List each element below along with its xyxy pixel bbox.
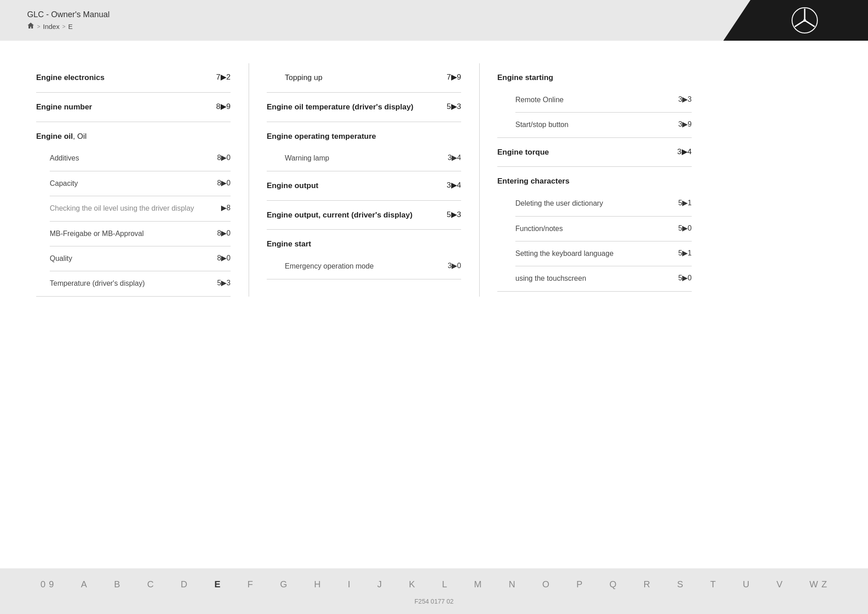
sub-page-touchscreen: 5▶0 xyxy=(675,274,692,282)
entry-label-engine-electronics: Engine electronics xyxy=(36,72,104,83)
entry-entering-chars: Entering characters xyxy=(497,167,692,191)
entry-page-engine-electronics: 7▶2 xyxy=(212,72,231,82)
home-icon[interactable] xyxy=(27,22,34,31)
label-topping-up: Topping up xyxy=(285,72,322,83)
entry-engine-starting: Engine starting xyxy=(497,63,692,88)
sub-page-remote-online: 3▶3 xyxy=(675,95,692,104)
column-2: Topping up 7▶9 Engine oil temperature (d… xyxy=(267,63,461,297)
sub-entry-function-notes: Function/notes 5▶0 xyxy=(515,217,692,241)
alpha-wz[interactable]: W Z xyxy=(806,577,831,591)
alpha-b[interactable]: B xyxy=(110,577,124,591)
alpha-n[interactable]: N xyxy=(505,577,519,591)
sub-page-start-stop: 3▶9 xyxy=(675,120,692,128)
entry-engine-op-temp: Engine operating temperature xyxy=(267,122,461,146)
sub-label-quality: Quality xyxy=(50,254,72,264)
breadcrumb-index[interactable]: Index xyxy=(43,23,60,30)
sub-label-delete-dict: Deleting the user dictionary xyxy=(515,198,603,208)
divider-2 xyxy=(479,63,480,297)
breadcrumb-sep2: > xyxy=(62,24,66,30)
page-topping-up: 7▶9 xyxy=(443,72,461,82)
entry-engine-start: Engine start xyxy=(267,230,461,254)
alpha-h[interactable]: H xyxy=(311,577,325,591)
header: GLC - Owner's Manual > Index > E xyxy=(0,0,868,41)
sub-entry-quality: Quality 8▶0 xyxy=(50,246,231,271)
sub-entry-capacity: Capacity 8▶0 xyxy=(50,171,231,196)
sub-entry-delete-dict: Deleting the user dictionary 5▶1 xyxy=(515,191,692,216)
sub-entry-temperature: Temperature (driver's display) 5▶3 xyxy=(50,271,231,296)
sub-entry-keyboard-lang: Setting the keyboard language 5▶1 xyxy=(515,241,692,266)
sub-page-additives: 8▶0 xyxy=(213,153,231,162)
alpha-f[interactable]: F xyxy=(244,577,257,591)
sub-label-mb-freigabe: MB-Freigabe or MB-Approval xyxy=(50,229,144,239)
sub-page-warning-lamp: 3▶4 xyxy=(444,153,461,162)
sub-entry-remote-online: Remote Online 3▶3 xyxy=(515,88,692,113)
col2-sub-block: Warning lamp 3▶4 xyxy=(267,146,461,170)
sub-entry-check-oil: Checking the oil level using the driver … xyxy=(50,196,231,221)
col3-starting-sub: Remote Online 3▶3 Start/stop button 3▶9 xyxy=(497,88,692,137)
document-title: GLC - Owner's Manual xyxy=(27,10,696,19)
sub-page-emergency-op: 3▶0 xyxy=(444,261,461,270)
sub-page-mb-freigabe: 8▶0 xyxy=(213,229,231,237)
divider-1 xyxy=(249,63,249,297)
entry-topping-up: Topping up 7▶9 xyxy=(285,63,461,92)
alpha-g[interactable]: G xyxy=(276,577,291,591)
sub-label-temperature: Temperature (driver's display) xyxy=(50,279,145,288)
alpha-s[interactable]: S xyxy=(674,577,687,591)
sub-label-start-stop: Start/stop button xyxy=(515,120,568,130)
entry-engine-number: Engine number 8▶9 xyxy=(36,93,231,122)
label-engine-output-current: Engine output, current (driver's display… xyxy=(267,210,412,221)
alpha-q[interactable]: Q xyxy=(606,577,621,591)
alpha-i[interactable]: I xyxy=(344,577,354,591)
alpha-o[interactable]: O xyxy=(538,577,553,591)
sub-page-function-notes: 5▶0 xyxy=(675,224,692,232)
sub-entry-emergency-op: Emergency operation mode 3▶0 xyxy=(285,254,461,279)
alpha-09[interactable]: 0 9 xyxy=(37,577,58,591)
label-engine-starting: Engine starting xyxy=(497,73,553,82)
sub-entry-warning-lamp: Warning lamp 3▶4 xyxy=(285,146,461,170)
alpha-p[interactable]: P xyxy=(573,577,586,591)
sub-page-temperature: 5▶3 xyxy=(213,279,231,287)
entry-label-engine-oil: Engine oil, Oil xyxy=(36,132,86,141)
sub-entry-start-stop: Start/stop button 3▶9 xyxy=(515,113,692,137)
alpha-l[interactable]: L xyxy=(439,577,451,591)
main-content: Engine electronics 7▶2 Engine number 8▶9… xyxy=(0,41,868,568)
alpha-k[interactable]: K xyxy=(405,577,419,591)
entry-label-engine-number: Engine number xyxy=(36,102,92,113)
alpha-u[interactable]: U xyxy=(739,577,753,591)
sub-entry-additives: Additives 8▶0 xyxy=(50,146,231,171)
alpha-t[interactable]: T xyxy=(707,577,720,591)
sub-label-function-notes: Function/notes xyxy=(515,224,563,234)
sub-page-delete-dict: 5▶1 xyxy=(675,198,692,207)
label-engine-oil-temp: Engine oil temperature (driver's display… xyxy=(267,102,413,113)
alpha-a[interactable]: A xyxy=(77,577,91,591)
logo-area xyxy=(723,0,868,41)
label-engine-torque: Engine torque xyxy=(497,147,549,158)
entry-engine-oil: Engine oil, Oil xyxy=(36,122,231,146)
column-3: Engine starting Remote Online 3▶3 Start/… xyxy=(497,63,692,297)
col3-chars-sub: Deleting the user dictionary 5▶1 Functio… xyxy=(497,191,692,291)
sub-label-warning-lamp: Warning lamp xyxy=(285,153,329,163)
page-engine-output: 3▶4 xyxy=(443,180,461,190)
entry-engine-output-current: Engine output, current (driver's display… xyxy=(267,201,461,230)
sub-label-check-oil: Checking the oil level using the driver … xyxy=(50,203,194,213)
mercedes-logo xyxy=(791,7,818,34)
page-engine-torque: 3▶4 xyxy=(674,147,692,156)
sub-page-keyboard-lang: 5▶1 xyxy=(675,249,692,257)
sub-page-check-oil: ▶8 xyxy=(217,203,231,212)
label-engine-op-temp: Engine operating temperature xyxy=(267,132,376,141)
alpha-j[interactable]: J xyxy=(374,577,386,591)
alpha-e[interactable]: E xyxy=(211,577,224,591)
alpha-c[interactable]: C xyxy=(144,577,158,591)
sub-label-touchscreen: using the touchscreen xyxy=(515,274,586,283)
sub-label-additives: Additives xyxy=(50,153,79,163)
page-engine-oil-temp: 5▶3 xyxy=(443,102,461,111)
entry-engine-electronics: Engine electronics 7▶2 xyxy=(36,63,231,93)
alpha-r[interactable]: R xyxy=(640,577,654,591)
footer: 0 9 A B C D E F G H I J K L M N O P Q R … xyxy=(0,568,868,614)
col2-start-sub-block: Emergency operation mode 3▶0 xyxy=(267,254,461,279)
sub-page-quality: 8▶0 xyxy=(213,254,231,262)
sub-label-remote-online: Remote Online xyxy=(515,95,564,105)
alpha-m[interactable]: M xyxy=(471,577,486,591)
alpha-v[interactable]: V xyxy=(773,577,786,591)
alpha-d[interactable]: D xyxy=(177,577,191,591)
